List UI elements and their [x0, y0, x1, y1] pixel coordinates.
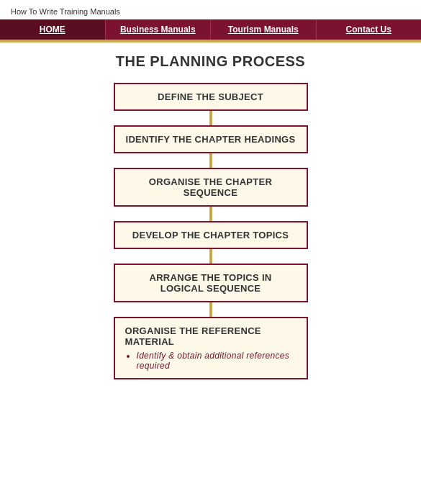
connector-5 — [209, 302, 212, 317]
connector-4 — [209, 249, 212, 264]
top-bar: How To Write Training Manuals — [0, 0, 421, 19]
connector-2 — [209, 153, 212, 168]
flow-box-step4: DEVELOP THE CHAPTER TOPICS — [114, 221, 308, 249]
bullet-item-1: Identify & obtain additional references … — [137, 351, 296, 371]
flow-box-step5: ARRANGE THE TOPICS INLOGICAL SEQUENCE — [114, 264, 308, 302]
flow-box-step6: ORGANISE THE REFERENCE MATERIAL Identify… — [114, 317, 308, 379]
flow-box-step1: DEFINE THE SUBJECT — [114, 83, 308, 111]
connector-1 — [209, 111, 212, 125]
site-title: How To Write Training Manuals — [11, 7, 120, 16]
nav-bar: HOME Business Manuals Tourism Manuals Co… — [0, 19, 421, 40]
flowchart: DEFINE THE SUBJECT IDENTIFY THE CHAPTER … — [0, 83, 421, 379]
flow-box-step3: ORGANISE THE CHAPTER SEQUENCE — [114, 168, 308, 207]
flow-box-step4-text: DEVELOP THE CHAPTER TOPICS — [132, 230, 289, 240]
nav-item-contact[interactable]: Contact Us — [317, 19, 422, 40]
flow-box-step6-text: ORGANISE THE REFERENCE MATERIAL — [125, 325, 261, 347]
flow-box-step2-text: IDENTIFY THE CHAPTER HEADINGS — [126, 134, 296, 145]
flow-box-step3-text: ORGANISE THE CHAPTER SEQUENCE — [149, 176, 272, 198]
main-content: THE PLANNING PROCESS DEFINE THE SUBJECT … — [0, 42, 421, 504]
flow-box-step5-text: ARRANGE THE TOPICS INLOGICAL SEQUENCE — [149, 272, 271, 294]
flow-box-step2: IDENTIFY THE CHAPTER HEADINGS — [114, 125, 308, 153]
flow-box-step1-text: DEFINE THE SUBJECT — [158, 91, 263, 102]
nav-item-business[interactable]: Business Manuals — [106, 19, 212, 40]
page-wrapper: How To Write Training Manuals HOME Busin… — [0, 0, 421, 504]
nav-item-home[interactable]: HOME — [0, 19, 106, 40]
connector-3 — [209, 207, 212, 221]
nav-item-tourism[interactable]: Tourism Manuals — [211, 19, 317, 40]
flow-box-step6-bullets: Identify & obtain additional references … — [125, 351, 296, 371]
page-title: THE PLANNING PROCESS — [116, 53, 305, 70]
